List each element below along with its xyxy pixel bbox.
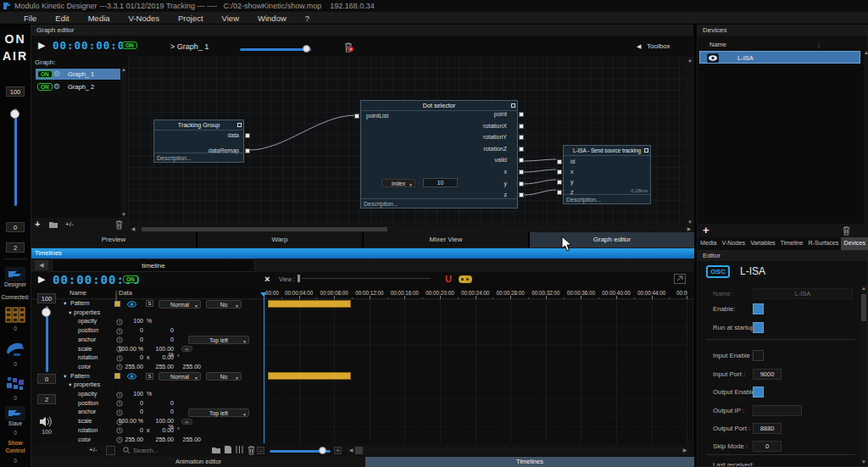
close-icon[interactable]: × [264, 274, 270, 284]
track-value[interactable]: 0 [150, 336, 174, 342]
track-value[interactable]: 0 [118, 400, 143, 406]
track-value[interactable]: x [147, 354, 150, 360]
toolbox-label[interactable]: Toolbox [647, 42, 670, 50]
menu-[interactable]: ? [296, 14, 319, 23]
menu-project[interactable]: Project [169, 14, 213, 23]
add-graph-button[interactable]: + [35, 219, 40, 229]
tab-vnodes[interactable]: V-Nodes [720, 237, 748, 251]
track-value[interactable]: 0.00 [150, 427, 174, 433]
output-port[interactable] [245, 148, 250, 153]
track-value[interactable]: 0 [150, 409, 174, 414]
output-port[interactable] [519, 192, 524, 197]
link-scale-icon[interactable]: ∞ [181, 346, 192, 352]
mode-dropdown[interactable]: No▼ [206, 372, 242, 381]
timeline-zoom-knob[interactable] [319, 447, 326, 454]
track-value[interactable]: 100.00 % [118, 418, 143, 424]
field-checkbox[interactable] [753, 386, 764, 398]
node-description[interactable]: Description... [154, 153, 243, 162]
master-fader-min[interactable]: 0 [6, 222, 25, 232]
master-fader-value[interactable]: 100 [6, 86, 25, 97]
playhead-line[interactable] [264, 296, 264, 443]
devices-scrollbar[interactable]: ▲ [864, 50, 868, 224]
graph-list-scrollbar[interactable]: ▲▼ [121, 67, 126, 218]
magnet-snap-icon[interactable]: U [445, 274, 452, 284]
graph-breadcrumb[interactable]: > Graph_ 1 [170, 42, 209, 51]
link-scale-icon[interactable]: ∞ [181, 419, 192, 425]
show-control-label2[interactable]: Control [0, 448, 31, 453]
timeline-content[interactable] [264, 299, 687, 443]
track-value[interactable]: ° [177, 427, 180, 433]
solo-button[interactable]: S [146, 373, 153, 380]
pixel-map-icon[interactable] [5, 373, 25, 393]
tab-warp[interactable]: Warp [198, 232, 362, 248]
output-port[interactable] [519, 158, 524, 163]
canvas-vscrollbar[interactable]: ▲▼ [686, 57, 694, 226]
timeline-clip[interactable] [268, 300, 351, 308]
graph-list-item[interactable]: ON⚙Graph_ 2 [36, 81, 120, 92]
output-port[interactable] [519, 135, 524, 140]
track-properties[interactable]: ▼properties [62, 381, 264, 390]
add-device-button[interactable]: + [703, 224, 709, 236]
timeline-on-badge[interactable]: ON [123, 275, 138, 283]
visibility-eye-icon[interactable] [127, 373, 136, 381]
track-property-position[interactable]: position00 [62, 399, 264, 409]
input-port[interactable] [557, 190, 562, 195]
track-plusminus-button[interactable]: +/- [89, 446, 97, 453]
zoom-out-button[interactable]: - [257, 447, 264, 454]
track-value[interactable]: 0 [150, 400, 174, 406]
node-tracking-group[interactable]: Tracking Group data dataRemap Descriptio… [153, 120, 244, 163]
track-property-rotation[interactable]: rotation0x0.00° [62, 353, 264, 363]
filter-checkbox[interactable] [106, 446, 115, 455]
field-input[interactable]: 0 [753, 441, 782, 452]
playhead-marker[interactable] [260, 292, 267, 297]
track-property-anchor[interactable]: anchor00Top left▼ [62, 408, 264, 417]
track-property-opacity[interactable]: opacity100% [62, 390, 264, 399]
slave-logo-icon[interactable] [5, 406, 25, 420]
track-pattern[interactable]: ▼PatternSNormal▼No▼ [62, 372, 264, 381]
aux-value[interactable]: 2 [6, 242, 25, 253]
track-property-rotation[interactable]: rotation0x0.00° [62, 426, 264, 436]
track-value[interactable]: 0 [150, 327, 174, 333]
output-port[interactable] [519, 170, 524, 175]
menu-vnodes[interactable]: V-Nodes [120, 14, 169, 23]
track-value[interactable]: 100.00 % [118, 346, 143, 352]
track-value[interactable]: 255.00 [150, 364, 174, 370]
field-input[interactable]: 8880 [753, 423, 782, 434]
menu-file[interactable]: File [14, 14, 46, 23]
track-value[interactable]: 255.00 [118, 436, 143, 442]
track-property-position[interactable]: position00 [62, 326, 264, 336]
track-property-opacity[interactable]: opacity100% [62, 317, 264, 326]
output-port[interactable] [519, 147, 524, 152]
expand-diagonal-icon[interactable] [674, 274, 686, 284]
tab-devices[interactable]: Devices [841, 237, 868, 251]
tab-graph-editor[interactable]: Graph editor [530, 232, 694, 248]
graph-list-trash-icon[interactable] [114, 220, 124, 230]
node-description[interactable]: Description... [564, 194, 650, 203]
zoom-in-button[interactable]: + [334, 447, 342, 454]
tab-scroll-left-icon[interactable]: ◀ [35, 260, 48, 270]
master-fader-knob[interactable] [10, 109, 19, 119]
input-port[interactable] [557, 180, 562, 185]
field-checkbox[interactable] [753, 350, 764, 361]
track-value[interactable]: x [147, 427, 150, 433]
track-property-scale[interactable]: scale100.00 %100.00 %∞ [62, 345, 264, 354]
input-port[interactable] [557, 170, 562, 175]
menu-window[interactable]: Window [248, 14, 296, 23]
color-swatch[interactable] [114, 301, 120, 307]
speaker-icon[interactable] [39, 416, 53, 427]
name-column-header[interactable]: Name [709, 41, 726, 48]
node-enable-checkbox[interactable] [237, 123, 242, 127]
play-button[interactable]: ▶ [38, 40, 45, 51]
track-fader-min[interactable]: 0 [37, 374, 56, 384]
menu-media[interactable]: Media [79, 14, 120, 23]
dd-dropdown[interactable]: Top left▼ [188, 336, 249, 344]
selector-mode-dropdown[interactable]: index▼ [381, 179, 415, 187]
field-checkbox[interactable] [753, 322, 764, 333]
track-property-color[interactable]: color255.00255.00255.00 [62, 363, 264, 372]
input-port[interactable] [354, 114, 359, 119]
collapse-arrow-icon[interactable]: ▼ [63, 374, 67, 379]
search-input[interactable]: Search... [133, 447, 159, 454]
selector-index-field[interactable]: 10 [423, 178, 458, 187]
volume-value[interactable]: 100 [31, 429, 62, 435]
timeline-clip[interactable] [268, 372, 351, 380]
